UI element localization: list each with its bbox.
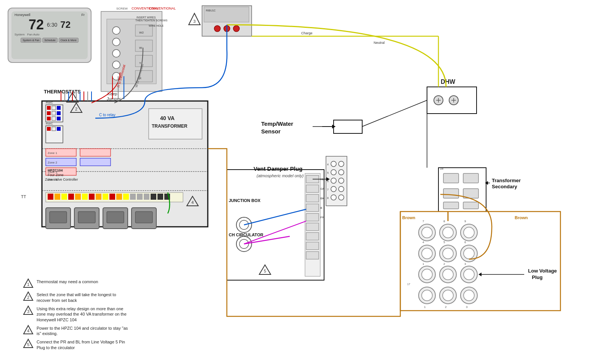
svg-point-113 — [331, 161, 336, 167]
svg-text:2: 2 — [445, 305, 447, 309]
svg-text:3: 3 — [464, 262, 466, 266]
svg-rect-62 — [144, 194, 149, 200]
svg-rect-94 — [47, 127, 51, 131]
svg-text:5: 5 — [443, 241, 445, 244]
svg-text:HPZC104: HPZC104 — [48, 168, 63, 172]
svg-rect-135 — [306, 223, 319, 231]
svg-text:7: 7 — [422, 220, 424, 223]
svg-text:Low Voltage: Low Voltage — [528, 268, 557, 274]
svg-point-115 — [331, 170, 336, 175]
svg-rect-153 — [443, 189, 459, 198]
svg-text:3: 3 — [193, 19, 196, 24]
svg-point-119 — [331, 186, 336, 192]
legend-icon-1: 1 — [23, 278, 34, 289]
svg-rect-60 — [130, 194, 136, 200]
svg-point-182 — [464, 290, 474, 301]
svg-point-166 — [422, 248, 432, 259]
svg-rect-72 — [107, 212, 124, 223]
svg-rect-89 — [47, 117, 51, 120]
svg-rect-70 — [50, 212, 67, 223]
svg-rect-55 — [96, 194, 101, 200]
svg-rect-156 — [463, 202, 478, 209]
svg-text:Transformer: Transformer — [492, 178, 521, 183]
svg-rect-64 — [157, 194, 163, 200]
svg-text:Vent Damper Plug: Vent Damper Plug — [254, 165, 302, 172]
legend-icon-3: 3 — [23, 305, 34, 316]
legend-text-3: Using this extra relay design on more th… — [37, 305, 128, 322]
svg-text:3: 3 — [27, 309, 29, 314]
legend-icon-4: 4 — [23, 325, 34, 335]
svg-point-3 — [112, 38, 120, 46]
legend-item-3: 3 Using this extra relay design on more … — [23, 305, 128, 322]
svg-text:1: 1 — [424, 305, 426, 309]
svg-point-5 — [112, 61, 120, 69]
svg-text:Brown: Brown — [402, 215, 416, 220]
svg-text:Four Zone: Four Zone — [48, 173, 64, 177]
svg-text:Zone 2: Zone 2 — [48, 161, 57, 164]
svg-point-160 — [422, 227, 432, 238]
svg-text:2: 2 — [27, 295, 29, 300]
svg-rect-138 — [306, 252, 319, 259]
svg-rect-41 — [80, 149, 111, 156]
svg-rect-42 — [80, 158, 111, 166]
svg-text:WIRE HOLE: WIRE HOLE — [149, 24, 164, 27]
svg-rect-96 — [57, 127, 61, 131]
svg-text:THERMOSTATS: THERMOSTATS — [44, 89, 81, 95]
legend-text-2: Select the zone that will take the longe… — [37, 291, 128, 303]
svg-text:CH CIRCULATOR: CH CIRCULATOR — [229, 233, 263, 237]
svg-point-178 — [422, 290, 432, 301]
svg-rect-51 — [68, 194, 74, 200]
svg-text:TRANSFORMER: TRANSFORMER — [152, 123, 188, 129]
svg-rect-83 — [47, 106, 51, 110]
svg-text:FR: FR — [320, 216, 324, 219]
svg-point-174 — [443, 269, 453, 280]
svg-text:1: 1 — [422, 262, 424, 266]
svg-rect-50 — [61, 194, 67, 200]
svg-text:W2: W2 — [139, 31, 144, 34]
svg-point-180 — [443, 290, 453, 301]
svg-rect-56 — [103, 194, 108, 200]
svg-text:C to relay: C to relay — [99, 113, 116, 117]
svg-point-176 — [464, 269, 474, 280]
svg-point-2 — [112, 27, 120, 34]
svg-rect-59 — [123, 194, 129, 200]
svg-rect-95 — [52, 127, 56, 131]
svg-text:7: 7 — [327, 188, 329, 191]
svg-text:5: 5 — [264, 269, 266, 273]
svg-text:Charge: Charge — [301, 31, 313, 35]
svg-rect-54 — [89, 194, 95, 200]
svg-text:8: 8 — [443, 220, 445, 223]
legend-item-4: 4 Power to the HPZC 104 and circulator t… — [23, 325, 128, 337]
svg-rect-87 — [52, 111, 56, 115]
svg-text:Zone Valve Controller: Zone Valve Controller — [45, 178, 78, 181]
svg-rect-71 — [78, 212, 95, 223]
svg-text:RWC: RWC — [46, 122, 53, 125]
svg-rect-73 — [135, 212, 152, 223]
legend-item-1: 1 Thermostat may need a common — [23, 278, 128, 289]
svg-point-28 — [233, 26, 239, 32]
svg-point-118 — [339, 178, 344, 183]
svg-point-162 — [443, 227, 453, 238]
svg-text:16: 16 — [440, 167, 443, 170]
svg-point-117 — [331, 178, 336, 183]
svg-text:Temp/Water: Temp/Water — [261, 120, 293, 127]
svg-text:(atmospheric model only): (atmospheric model only) — [257, 173, 304, 178]
svg-rect-109 — [334, 120, 362, 133]
svg-rect-57 — [109, 194, 115, 200]
svg-rect-133 — [306, 204, 319, 212]
svg-text:Jumper: Jumper — [107, 96, 121, 101]
svg-text:6: 6 — [464, 241, 466, 244]
svg-rect-131 — [306, 185, 319, 192]
svg-text:SCREW: SCREW — [116, 7, 128, 10]
legend-text-4: Power to the HPZC 104 and circulator to … — [37, 325, 128, 337]
svg-text:17: 17 — [407, 283, 410, 285]
svg-line-228 — [362, 100, 427, 127]
svg-text:THEN TIGHTEN SCREWS: THEN TIGHTEN SCREWS — [135, 19, 168, 22]
svg-text:5: 5 — [327, 172, 329, 174]
svg-text:BK: BK — [320, 197, 324, 200]
main-canvas: Honeywell Fr 72 6:30 72 System Fan Auto … — [0, 0, 610, 364]
svg-point-170 — [464, 248, 474, 259]
svg-text:2: 2 — [75, 107, 77, 111]
svg-text:JUNCTION BOX: JUNCTION BOX — [229, 198, 261, 203]
svg-rect-52 — [75, 194, 81, 200]
